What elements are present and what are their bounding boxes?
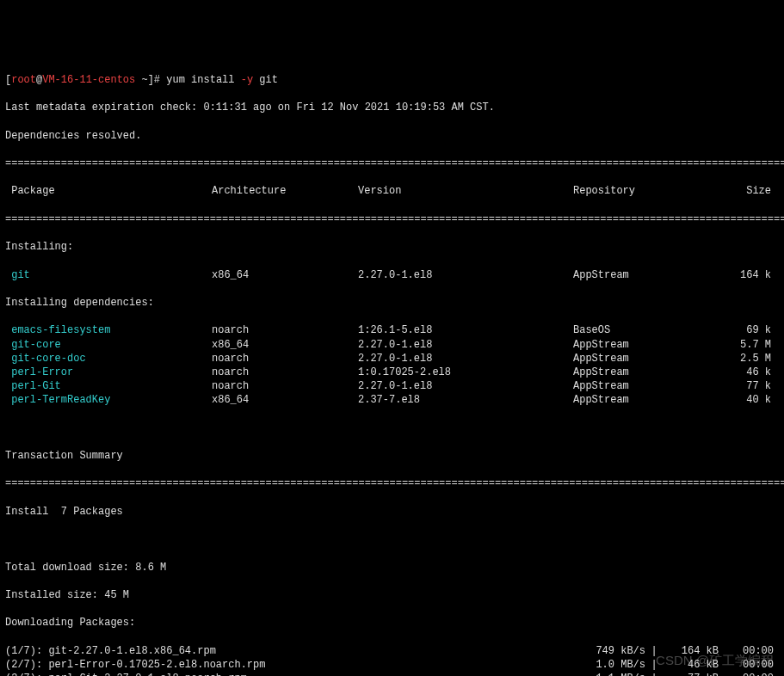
deps-resolved-line: Dependencies resolved. xyxy=(5,129,779,143)
separator: ========================================… xyxy=(5,157,779,170)
pkg-size: 46 k xyxy=(724,366,771,379)
dl-file: (1/7): git-2.27.0-1.el8.x86_64.rpm xyxy=(5,644,564,658)
separator: ========================================… xyxy=(5,212,779,226)
total-download: Total download size: 8.6 M xyxy=(5,561,779,575)
pkg-name: perl-TermReadKey xyxy=(5,393,212,407)
table-row: perl-Gitnoarch2.27.0-1.el8AppStream77 k xyxy=(5,379,779,393)
install-count: Install 7 Packages xyxy=(5,505,779,519)
terminal-output[interactable]: [root@VM-16-11-centos ~]# yum install -y… xyxy=(5,59,779,676)
pkg-repo: AppStream xyxy=(573,268,724,282)
separator: ========================================… xyxy=(5,476,779,490)
pkg-name: perl-Error xyxy=(5,366,212,379)
dl-speed: 1.0 MB/s xyxy=(564,658,645,672)
pkg-version: 2.27.0-1.el8 xyxy=(358,338,573,352)
th-package: Package xyxy=(5,184,212,198)
pkg-name: git-core xyxy=(5,338,212,352)
table-header: PackageArchitectureVersionRepositorySize xyxy=(5,184,779,198)
command-args: git xyxy=(259,74,278,86)
dl-time: 00:00 xyxy=(719,672,779,676)
pkg-size: 2.5 M xyxy=(724,352,771,366)
download-row: (3/7): perl-Git-2.27.0-1.el8.noarch.rpm1… xyxy=(5,672,779,676)
pkg-arch: noarch xyxy=(212,352,358,366)
pkg-size: 77 k xyxy=(724,379,771,393)
th-version: Version xyxy=(358,184,573,198)
pkg-repo: AppStream xyxy=(573,352,724,366)
deps-label: Installing dependencies: xyxy=(5,296,779,310)
dl-size: 46 kB xyxy=(663,658,719,672)
prompt-path: ~ xyxy=(141,74,147,86)
table-row: git-core-docnoarch2.27.0-1.el8AppStream2… xyxy=(5,352,779,366)
pkg-version: 1:26.1-5.el8 xyxy=(358,323,573,337)
dl-size: 164 kB xyxy=(663,644,719,658)
dl-time: 00:00 xyxy=(719,658,779,672)
pkg-version: 2.37-7.el8 xyxy=(358,393,573,407)
dl-file: (3/7): perl-Git-2.27.0-1.el8.noarch.rpm xyxy=(5,672,564,676)
download-row: (2/7): perl-Error-0.17025-2.el8.noarch.r… xyxy=(5,658,779,672)
pkg-size: 40 k xyxy=(724,393,771,407)
pkg-name: git xyxy=(5,268,212,282)
table-row: perl-Errornoarch1:0.17025-2.el8AppStream… xyxy=(5,366,779,379)
table-row: gitx86_642.27.0-1.el8AppStream164 k xyxy=(5,268,779,282)
command-flag: -y xyxy=(241,74,253,86)
pkg-name: emacs-filesystem xyxy=(5,323,212,337)
pkg-repo: AppStream xyxy=(573,379,724,393)
pkg-repo: AppStream xyxy=(573,366,724,379)
table-row: emacs-filesystemnoarch1:26.1-5.el8BaseOS… xyxy=(5,323,779,337)
th-repo: Repository xyxy=(573,184,724,198)
downloading-label: Downloading Packages: xyxy=(5,616,779,630)
pkg-arch: x86_64 xyxy=(212,393,358,407)
pkg-repo: AppStream xyxy=(573,393,724,407)
pkg-name: perl-Git xyxy=(5,379,212,393)
pkg-version: 2.27.0-1.el8 xyxy=(358,352,573,366)
pkg-size: 5.7 M xyxy=(724,338,771,352)
pkg-version: 2.27.0-1.el8 xyxy=(358,379,573,393)
pkg-arch: x86_64 xyxy=(212,268,358,282)
table-row: perl-TermReadKeyx86_642.37-7.el8AppStrea… xyxy=(5,393,779,407)
download-row: (1/7): git-2.27.0-1.el8.x86_64.rpm749 kB… xyxy=(5,644,779,658)
pkg-arch: noarch xyxy=(212,366,358,379)
installing-label: Installing: xyxy=(5,240,779,254)
dl-file: (2/7): perl-Error-0.17025-2.el8.noarch.r… xyxy=(5,658,564,672)
pkg-repo: AppStream xyxy=(573,338,724,352)
pkg-size: 164 k xyxy=(724,268,771,282)
pkg-arch: noarch xyxy=(212,323,358,337)
installed-size: Installed size: 45 M xyxy=(5,588,779,602)
pkg-size: 69 k xyxy=(724,323,771,337)
pkg-repo: BaseOS xyxy=(573,323,724,337)
th-arch: Architecture xyxy=(212,184,358,198)
prompt-user: root xyxy=(11,74,36,86)
metadata-line: Last metadata expiration check: 0:11:31 … xyxy=(5,101,779,114)
th-size: Size xyxy=(724,184,771,198)
pkg-arch: noarch xyxy=(212,379,358,393)
pkg-arch: x86_64 xyxy=(212,338,358,352)
prompt-host: VM-16-11-centos xyxy=(42,74,135,86)
dl-speed: 749 kB/s xyxy=(564,644,645,658)
dl-time: 00:00 xyxy=(719,644,779,658)
dl-speed: 1.1 MB/s xyxy=(564,672,645,676)
txn-summary: Transaction Summary xyxy=(5,449,779,463)
dl-size: 77 kB xyxy=(663,672,719,676)
command-bin: yum install xyxy=(166,74,234,86)
pkg-name: git-core-doc xyxy=(5,352,212,366)
prompt-line: [root@VM-16-11-centos ~]# yum install -y… xyxy=(5,73,779,87)
pkg-version: 2.27.0-1.el8 xyxy=(358,268,573,282)
table-row: git-corex86_642.27.0-1.el8AppStream5.7 M xyxy=(5,338,779,352)
pkg-version: 1:0.17025-2.el8 xyxy=(358,366,573,379)
